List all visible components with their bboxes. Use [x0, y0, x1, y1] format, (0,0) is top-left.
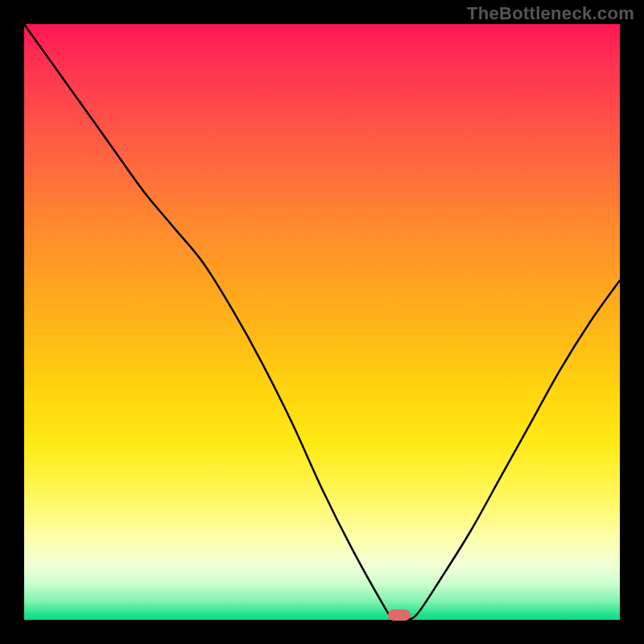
bottleneck-curve — [24, 24, 620, 620]
curve-svg — [24, 24, 620, 620]
optimal-point-marker — [388, 609, 411, 621]
watermark-text: TheBottleneck.com — [467, 3, 634, 24]
plot-area — [24, 24, 620, 620]
chart-frame: TheBottleneck.com — [0, 0, 644, 644]
